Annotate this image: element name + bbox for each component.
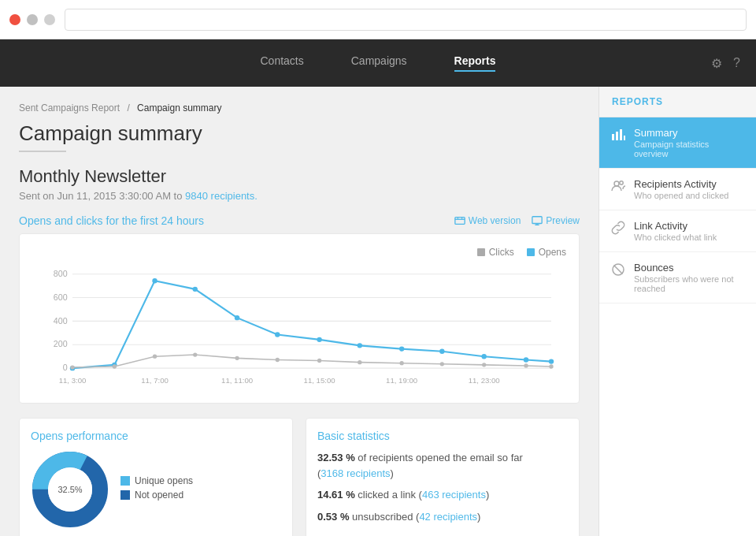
title-underline — [19, 151, 66, 152]
svg-point-27 — [153, 355, 157, 359]
opens-pct: 32.53 % — [317, 452, 355, 463]
preview-icon — [532, 215, 543, 226]
legend-clicks: Clicks — [477, 247, 514, 258]
legend-opens: Opens — [527, 247, 566, 258]
svg-rect-49 — [616, 132, 618, 140]
sent-label: Sent on Jun 11, 2015 3:30:00 AM to — [19, 190, 182, 202]
close-button[interactable] — [9, 14, 20, 25]
maximize-button[interactable] — [44, 14, 55, 25]
line-chart: 800 600 400 200 0 — [32, 266, 566, 392]
opens-performance-section: Opens performance 32.5% — [19, 418, 293, 536]
unique-opens-label: Unique opens — [135, 475, 193, 486]
svg-point-15 — [193, 287, 198, 292]
campaign-name: Monthly Newsletter — [19, 166, 580, 187]
recipients-activity-desc: Who opened and clicked — [634, 191, 728, 200]
page-title: Campaign summary — [19, 121, 580, 146]
preview-link[interactable]: Preview — [532, 215, 580, 226]
sidebar-header: REPORTS — [599, 87, 756, 117]
svg-rect-0 — [455, 218, 465, 225]
svg-text:11, 3:00: 11, 3:00 — [59, 376, 87, 385]
minimize-button[interactable] — [27, 14, 38, 25]
svg-point-14 — [152, 278, 157, 283]
link-icon — [610, 221, 626, 238]
svg-point-17 — [275, 332, 280, 337]
svg-point-33 — [399, 361, 403, 365]
breadcrumb-parent[interactable]: Sent Campaigns Report — [19, 102, 120, 114]
donut-chart: 32.5% — [31, 450, 109, 529]
link-activity-desc: Who clicked what link — [634, 233, 717, 242]
recipients-link[interactable]: 9840 recipients. — [185, 190, 258, 202]
sidebar-item-recipients-activity[interactable]: Recipients Activity Who opened and click… — [599, 169, 756, 210]
stat-row-opens: 32.53 % of recipients opened the email s… — [317, 450, 568, 481]
nav-reports[interactable]: Reports — [454, 54, 496, 72]
donut-legend: Unique opens Not opened — [120, 475, 193, 504]
sidebar-item-summary[interactable]: Summary Campaign statistics overview — [599, 117, 756, 169]
clicks-pct: 14.61 % — [317, 489, 355, 501]
breadcrumb-separator: / — [127, 102, 129, 114]
ban-icon — [610, 262, 626, 280]
svg-rect-1 — [532, 217, 542, 224]
svg-point-36 — [524, 363, 528, 367]
nav-contacts[interactable]: Contacts — [261, 54, 304, 72]
chart-title: Opens and clicks for the first 24 hours — [19, 214, 204, 227]
svg-point-18 — [317, 337, 321, 342]
svg-point-30 — [276, 358, 280, 362]
svg-text:400: 400 — [54, 316, 68, 326]
clicks-recipients-link[interactable]: 463 recipients — [422, 489, 486, 501]
chart-actions: Web version Preview — [454, 215, 580, 226]
legend-unique-opens: Unique opens — [120, 475, 193, 486]
title-bar — [0, 0, 756, 39]
legend-not-opened: Not opened — [120, 489, 193, 501]
reports-sidebar: REPORTS Summary Campaign statistics over… — [598, 87, 756, 536]
summary-desc: Campaign statistics overview — [634, 140, 745, 158]
link-activity-title: Link Activity — [634, 220, 717, 232]
not-opened-label: Not opened — [135, 489, 183, 501]
svg-point-25 — [70, 365, 74, 369]
svg-point-31 — [317, 359, 321, 363]
sidebar-item-bounces[interactable]: Bounces Subscribers who were not reached — [599, 252, 756, 303]
help-icon[interactable]: ? — [733, 56, 740, 70]
content-area: Sent Campaigns Report / Campaign summary… — [0, 87, 598, 536]
bounces-desc: Subscribers who were not reached — [634, 274, 745, 293]
bottom-sections: Opens performance 32.5% — [19, 418, 580, 536]
svg-point-20 — [399, 346, 404, 351]
svg-line-55 — [614, 266, 623, 274]
svg-point-29 — [235, 356, 239, 360]
navigation: Contacts Campaigns Reports ⚙ ? — [0, 39, 756, 87]
opens-recipients-link[interactable]: 3168 recipients — [321, 467, 390, 479]
svg-text:32.5%: 32.5% — [57, 485, 82, 494]
address-bar[interactable] — [65, 9, 747, 31]
breadcrumb: Sent Campaigns Report / Campaign summary — [19, 102, 580, 114]
svg-point-22 — [481, 354, 486, 359]
opens-label: Opens — [539, 247, 566, 258]
svg-point-26 — [113, 364, 117, 368]
svg-point-28 — [193, 352, 197, 356]
sidebar-item-link-activity[interactable]: Link Activity Who clicked what link — [599, 210, 756, 252]
bar-chart-icon — [610, 128, 626, 145]
breadcrumb-current: Campaign summary — [137, 102, 221, 114]
svg-text:200: 200 — [54, 339, 68, 348]
nav-campaigns[interactable]: Campaigns — [351, 54, 407, 72]
donut-container: 32.5% Unique opens Not opened — [31, 450, 281, 529]
svg-point-19 — [358, 343, 362, 348]
bounces-title: Bounces — [634, 262, 745, 274]
main-content: Sent Campaigns Report / Campaign summary… — [0, 87, 756, 536]
unsub-pct: 0.53 % — [317, 511, 349, 523]
sent-info: Sent on Jun 11, 2015 3:30:00 AM to 9840 … — [19, 190, 580, 202]
svg-text:600: 600 — [54, 292, 68, 302]
stat-row-unsubscribed: 0.53 % unsubscribed (42 recipients) — [317, 509, 568, 525]
svg-point-21 — [439, 349, 444, 354]
svg-point-24 — [549, 359, 554, 363]
unsub-recipients-link[interactable]: 42 recipients — [419, 511, 477, 523]
svg-rect-48 — [612, 134, 614, 140]
svg-point-53 — [620, 181, 623, 184]
clicks-label: Clicks — [489, 247, 514, 258]
svg-text:11, 19:00: 11, 19:00 — [386, 376, 417, 385]
window-controls — [9, 14, 55, 25]
svg-point-35 — [482, 363, 486, 367]
nav-links: Contacts Campaigns Reports — [261, 54, 496, 72]
svg-point-23 — [524, 357, 528, 362]
svg-text:11, 7:00: 11, 7:00 — [141, 376, 169, 385]
gear-icon[interactable]: ⚙ — [711, 56, 722, 71]
web-version-link[interactable]: Web version — [454, 215, 521, 226]
